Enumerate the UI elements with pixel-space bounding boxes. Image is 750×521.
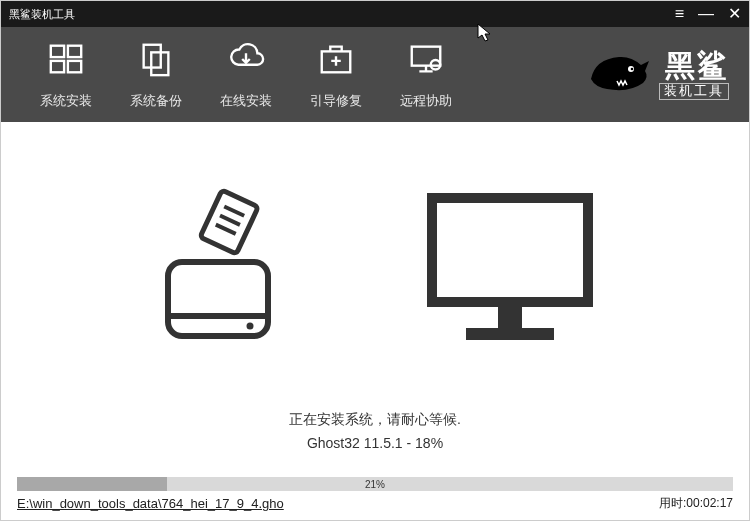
toolbar-item-label: 在线安装 (220, 92, 272, 110)
toolbar-item-remote-assist[interactable]: 远程协助 (381, 40, 471, 110)
shark-icon (589, 49, 651, 101)
copy-icon (137, 40, 175, 82)
monitor-illustration (420, 184, 600, 354)
medkit-icon (317, 40, 355, 82)
svg-point-17 (247, 322, 254, 329)
toolbar-item-label: 系统备份 (130, 92, 182, 110)
close-button[interactable]: ✕ (728, 6, 741, 22)
elapsed-label: 用时: (659, 496, 686, 510)
elapsed-value: 00:02:17 (686, 496, 733, 510)
svg-rect-19 (498, 302, 522, 328)
monitor-user-icon (407, 40, 445, 82)
progress-percent: 21% (365, 479, 385, 490)
disk-doc-illustration (150, 184, 290, 354)
brand-subtitle: 装机工具 (659, 83, 729, 100)
cloud-download-icon (227, 40, 265, 82)
svg-rect-1 (68, 45, 81, 56)
toolbar-item-label: 引导修复 (310, 92, 362, 110)
svg-line-14 (216, 224, 236, 233)
app-window: 黑鲨装机工具 ≡ — ✕ 系统安装 系统备份 (0, 0, 750, 521)
main-content: 正在安装系统，请耐心等候. Ghost32 11.5.1 - 18% 21% E… (1, 122, 749, 520)
windows-icon (47, 40, 85, 82)
brand-logo: 黑鲨 装机工具 (589, 49, 729, 101)
brand-name: 黑鲨 (665, 49, 729, 84)
status-text: 正在安装系统，请耐心等候. Ghost32 11.5.1 - 18% (1, 405, 749, 477)
file-path-link[interactable]: E:\win_down_tools_data\764_hei_17_9_4.gh… (17, 496, 284, 511)
titlebar: 黑鲨装机工具 ≡ — ✕ (1, 1, 749, 27)
toolbar-item-label: 系统安装 (40, 92, 92, 110)
svg-rect-7 (412, 46, 441, 65)
svg-rect-0 (51, 45, 64, 56)
menu-button[interactable]: ≡ (675, 6, 684, 22)
toolbar-item-system-backup[interactable]: 系统备份 (111, 40, 201, 110)
svg-rect-3 (68, 60, 81, 71)
svg-rect-20 (466, 328, 554, 340)
status-message: 正在安装系统，请耐心等候. (1, 411, 749, 429)
svg-rect-18 (432, 198, 588, 302)
svg-point-10 (631, 67, 634, 70)
toolbar-item-label: 远程协助 (400, 92, 452, 110)
minimize-button[interactable]: — (698, 6, 714, 22)
toolbar: 系统安装 系统备份 在线安装 (1, 27, 749, 122)
toolbar-item-boot-repair[interactable]: 引导修复 (291, 40, 381, 110)
svg-rect-2 (51, 60, 64, 71)
titlebar-controls: ≡ — ✕ (675, 6, 741, 22)
svg-line-12 (224, 206, 244, 215)
toolbar-item-online-install[interactable]: 在线安装 (201, 40, 291, 110)
status-detail: Ghost32 11.5.1 - 18% (1, 435, 749, 451)
toolbar-item-system-install[interactable]: 系统安装 (21, 40, 111, 110)
elapsed-time: 用时:00:02:17 (659, 495, 733, 512)
svg-line-13 (220, 215, 240, 224)
progress-bar: 21% (1, 477, 749, 491)
app-title: 黑鲨装机工具 (9, 7, 675, 22)
